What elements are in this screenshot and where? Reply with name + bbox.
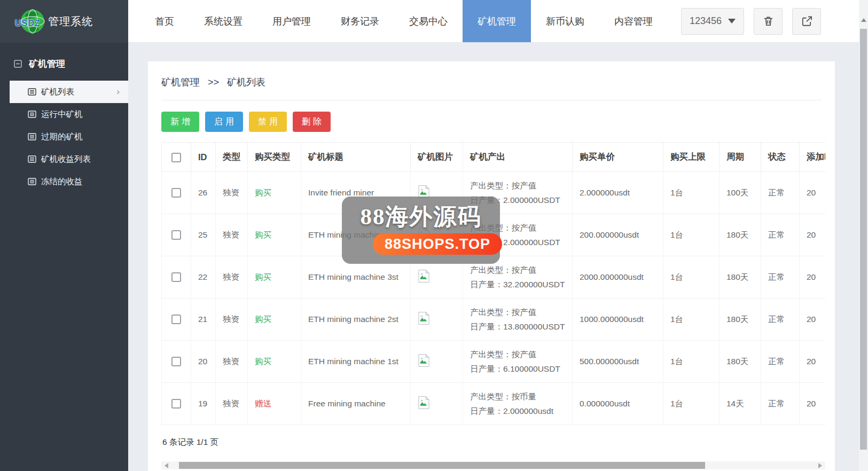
- cell-added-time: 20: [800, 383, 826, 425]
- disable-button[interactable]: 禁用: [249, 112, 287, 132]
- cell-status: 正常: [761, 299, 800, 341]
- row-checkbox[interactable]: [171, 357, 181, 366]
- broken-image-icon: [418, 269, 430, 283]
- breadcrumb-section[interactable]: 矿机管理: [161, 77, 200, 88]
- sidebar-item-label: 矿机收益列表: [41, 154, 91, 165]
- nav-item-home[interactable]: 首页: [140, 0, 189, 42]
- daily-output: 日产量：6.100000USDT: [470, 362, 572, 376]
- user-dropdown[interactable]: 123456: [681, 8, 744, 35]
- cell-checkbox: [162, 383, 191, 425]
- enable-button[interactable]: 启用: [205, 112, 243, 132]
- row-checkbox[interactable]: [171, 230, 181, 240]
- vertical-scrollbar-thumb[interactable]: [860, 29, 867, 450]
- cell-id: 20: [191, 341, 216, 383]
- cell-type: 独资: [216, 256, 248, 299]
- cell-type: 独资: [216, 383, 248, 425]
- cell-limit: 1台: [663, 341, 720, 383]
- sidebar-item-label: 运行中矿机: [41, 109, 83, 120]
- table-header-row: ID 类型 购买类型 矿机标题 矿机图片 矿机产出 购买单价 购买上限 周期 状…: [162, 143, 826, 172]
- cell-id: 21: [191, 299, 216, 341]
- cell-output: 产出类型：按产值 日产量：6.100000USDT: [463, 341, 573, 383]
- cell-id: 25: [191, 214, 216, 256]
- column-header-limit: 购买上限: [663, 143, 720, 172]
- topbar-controls: 123456: [681, 0, 868, 42]
- cell-status: 正常: [761, 172, 800, 214]
- share-icon: [801, 15, 813, 27]
- output-type: 产出类型：按币量: [470, 389, 572, 404]
- delete-button[interactable]: 删除: [293, 112, 331, 132]
- share-button[interactable]: [792, 8, 821, 35]
- cell-limit: 1台: [663, 299, 720, 341]
- breadcrumb: 矿机管理 >> 矿机列表: [161, 61, 822, 100]
- column-header-type: 类型: [216, 143, 248, 172]
- sidebar-item-label: 过期的矿机: [41, 131, 83, 143]
- cell-price: 200.000000usdt: [573, 214, 663, 256]
- top-nav: 首页 系统设置 用户管理 财务记录 交易中心 矿机管理 新币认购 内容管理: [140, 0, 668, 42]
- row-checkbox[interactable]: [171, 188, 181, 198]
- cell-checkbox: [162, 341, 191, 383]
- scroll-right-arrow-icon[interactable]: [818, 463, 822, 468]
- cell-image: [411, 383, 463, 425]
- output-type: 产出类型：按产值: [470, 305, 572, 319]
- list-icon: [28, 88, 36, 96]
- user-dropdown-value: 123456: [690, 15, 722, 27]
- cell-id: 22: [191, 256, 216, 299]
- collapse-minus-icon: [14, 60, 22, 68]
- sidebar-item-frozen-income[interactable]: 冻结的收益: [0, 170, 128, 193]
- cell-title: Free mining machine: [301, 383, 411, 425]
- cell-type: 独资: [216, 299, 248, 341]
- output-type: 产出类型：按产值: [470, 263, 572, 277]
- cell-output: 产出类型：按产值 日产量：13.800000USDT: [463, 299, 573, 341]
- add-button[interactable]: 新增: [161, 112, 199, 132]
- cell-period: 14天: [720, 383, 761, 425]
- cell-checkbox: [162, 172, 191, 214]
- table-row: 20 独资 购买 ETH mining machine 1st 产出类型：按产: [162, 341, 826, 383]
- cell-price: 2.000000usdt: [573, 172, 663, 214]
- list-icon: [28, 133, 36, 140]
- cell-price: 2000.000000usdt: [573, 256, 663, 299]
- miner-table-wrap: ID 类型 购买类型 矿机标题 矿机图片 矿机产出 购买单价 购买上限 周期 状…: [161, 142, 825, 425]
- miner-table: ID 类型 购买类型 矿机标题 矿机图片 矿机产出 购买单价 购买上限 周期 状…: [161, 142, 825, 425]
- vertical-scrollbar[interactable]: [859, 0, 868, 471]
- toolbar: 新增 启用 禁用 删除: [161, 112, 822, 132]
- sidebar-item-expired-miners[interactable]: 过期的矿机: [0, 125, 128, 148]
- cell-limit: 1台: [663, 383, 720, 425]
- content-card: 矿机管理 >> 矿机列表 新增 启用 禁用 删除 ID 类型 购买类型 矿机标题…: [148, 61, 835, 471]
- nav-item-finance-records[interactable]: 财务记录: [326, 0, 394, 42]
- row-checkbox[interactable]: [171, 315, 181, 324]
- scroll-up-arrow-icon[interactable]: [861, 18, 866, 22]
- sidebar-item-miner-list[interactable]: 矿机列表 ›: [10, 81, 128, 103]
- cell-buy-type: 赠送: [248, 383, 301, 425]
- cell-checkbox: [162, 299, 191, 341]
- nav-item-new-coin[interactable]: 新币认购: [531, 0, 599, 42]
- cell-id: 19: [191, 383, 216, 425]
- nav-item-user-management[interactable]: 用户管理: [257, 0, 326, 42]
- cell-limit: 1台: [663, 256, 720, 299]
- cell-price: 0.000000usdt: [573, 383, 663, 425]
- nav-item-trade-center[interactable]: 交易中心: [394, 0, 463, 42]
- trash-button[interactable]: [754, 8, 783, 35]
- sidebar-item-miner-income-list[interactable]: 矿机收益列表: [0, 148, 128, 170]
- column-header-buy-type: 购买类型: [248, 143, 301, 172]
- horizontal-scrollbar[interactable]: [161, 461, 825, 469]
- sidebar-item-running-miners[interactable]: 运行中矿机: [0, 103, 128, 125]
- nav-item-miner-management[interactable]: 矿机管理: [463, 0, 531, 42]
- cell-image: [411, 299, 463, 341]
- nav-item-content-management[interactable]: 内容管理: [599, 0, 668, 42]
- cell-added-time: 20: [800, 299, 826, 341]
- nav-item-system-settings[interactable]: 系统设置: [189, 0, 257, 42]
- watermark-overlay: 88海外源码 88SHOPS.TOP: [342, 197, 500, 264]
- scroll-left-arrow-icon[interactable]: [165, 463, 168, 468]
- sidebar-group-miner-management[interactable]: 矿机管理: [0, 43, 128, 81]
- horizontal-scrollbar-thumb[interactable]: [179, 462, 705, 469]
- broken-image-icon: [418, 311, 430, 325]
- watermark-text: 88海外源码: [342, 201, 500, 232]
- cell-id: 26: [191, 172, 216, 214]
- output-type: 产出类型：按产值: [470, 347, 572, 362]
- cell-status: 正常: [761, 341, 800, 383]
- row-checkbox[interactable]: [171, 399, 181, 409]
- select-all-checkbox[interactable]: [171, 153, 181, 162]
- cell-buy-type: 购买: [248, 256, 301, 299]
- trash-icon: [762, 15, 775, 27]
- row-checkbox[interactable]: [171, 272, 181, 282]
